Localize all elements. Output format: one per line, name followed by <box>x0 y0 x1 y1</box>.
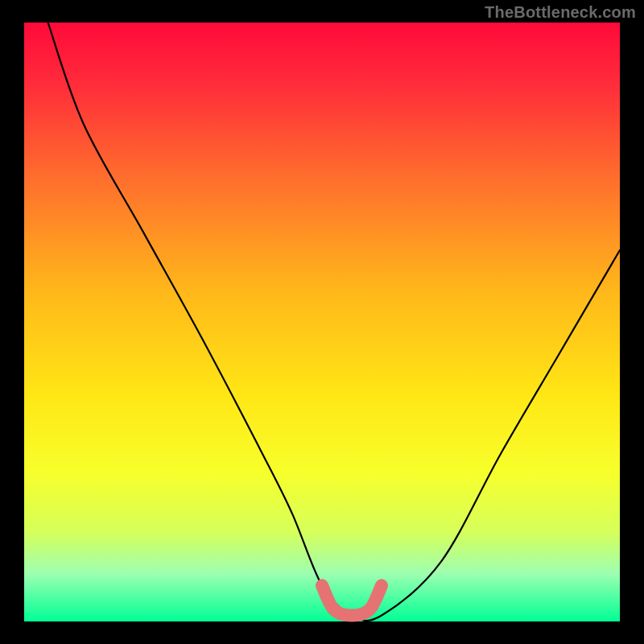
bottleneck-chart <box>0 0 644 644</box>
plot-background <box>24 23 620 621</box>
watermark-text: TheBottleneck.com <box>485 3 636 22</box>
chart-stage: TheBottleneck.com <box>0 0 644 644</box>
